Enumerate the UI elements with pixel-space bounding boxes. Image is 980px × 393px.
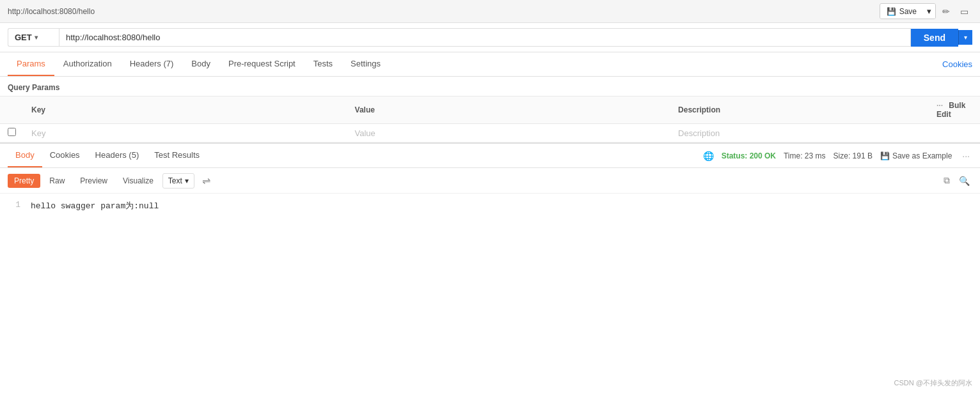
code-content: hello swagger param为:null [31, 200, 159, 212]
method-selector[interactable]: GET ▾ [8, 28, 59, 47]
save-example-button[interactable]: 💾 Save as Example [880, 151, 952, 160]
code-area: 1 hello swagger param为:null [0, 194, 980, 218]
th-actions: ··· Bulk Edit [929, 96, 980, 124]
text-format-selector[interactable]: Text ▾ [162, 173, 194, 189]
method-chevron-icon: ▾ [35, 34, 38, 41]
text-format-label: Text [168, 176, 182, 185]
code-line-1: 1 hello swagger param为:null [8, 200, 972, 212]
save-icon: 💾 [887, 7, 896, 16]
request-tabs-bar: Params Authorization Headers (7) Body Pr… [0, 52, 980, 77]
response-meta: 🌐 Status: 200 OK Time: 23 ms Size: 191 B… [703, 151, 972, 161]
th-checkbox [0, 96, 24, 124]
response-time: Time: 23 ms [784, 151, 826, 160]
send-button[interactable]: Send [911, 29, 958, 47]
edit-icon-button[interactable]: ✏ [938, 4, 954, 19]
cookies-link[interactable]: Cookies [942, 53, 972, 75]
row-checkbox[interactable] [8, 128, 16, 136]
message-icon-button[interactable]: ▭ [956, 4, 972, 19]
top-bar: http://localhost:8080/hello 💾 Save ▾ ✏ ▭ [0, 0, 980, 23]
tab-body[interactable]: Body [182, 52, 219, 76]
query-params-label: Query Params [0, 77, 980, 96]
status-badge: Status: 200 OK [722, 151, 776, 160]
tab-headers[interactable]: Headers (7) [121, 52, 183, 76]
tab-settings[interactable]: Settings [342, 52, 390, 76]
th-key: Key [24, 96, 347, 124]
method-label: GET [15, 33, 32, 42]
tab-authorization[interactable]: Authorization [54, 52, 121, 76]
url-bar: GET ▾ Send ▾ [0, 23, 980, 52]
table-row: Key Value Description [0, 124, 980, 143]
footer-watermark: CSDN @不掉头发的阿水 [894, 378, 972, 388]
request-section: GET ▾ Send ▾ Params Authorization Header… [0, 23, 980, 143]
save-dropdown-button[interactable]: ▾ [923, 4, 935, 19]
send-btn-group: Send ▾ [911, 29, 972, 47]
format-tab-pretty[interactable]: Pretty [8, 174, 40, 188]
tab-prerequest-script[interactable]: Pre-request Script [219, 52, 304, 76]
th-description: Description [670, 96, 929, 124]
format-tab-raw[interactable]: Raw [43, 174, 71, 188]
send-dropdown-button[interactable]: ▾ [958, 30, 972, 45]
response-size: Size: 191 B [834, 151, 873, 160]
save-btn-group: 💾 Save ▾ [880, 3, 936, 19]
params-body: Query Params Key Value Description ··· B… [0, 77, 980, 143]
format-bar: Pretty Raw Preview Visualize Text ▾ ⇌ ⧉ … [0, 168, 980, 194]
response-more-options-button[interactable]: ··· [960, 151, 972, 161]
response-tab-cookies[interactable]: Cookies [42, 144, 88, 167]
row-checkbox-cell [0, 124, 24, 143]
row-key-cell[interactable]: Key [24, 124, 347, 143]
copy-response-button[interactable]: ⧉ [941, 174, 952, 187]
top-bar-url: http://localhost:8080/hello [8, 7, 95, 16]
tab-params[interactable]: Params [8, 52, 54, 76]
globe-icon: 🌐 [703, 151, 714, 161]
response-section: Body Cookies Headers (5) Test Results 🌐 … [0, 143, 980, 393]
response-tab-headers[interactable]: Headers (5) [88, 144, 147, 167]
save-button[interactable]: 💾 Save [880, 4, 923, 19]
tab-tests[interactable]: Tests [304, 52, 342, 76]
save-icon-small: 💾 [880, 151, 890, 160]
th-value: Value [347, 96, 671, 124]
response-tab-test-results[interactable]: Test Results [146, 144, 207, 167]
params-table: Key Value Description ··· Bulk Edit [0, 96, 980, 143]
top-bar-actions: 💾 Save ▾ ✏ ▭ [880, 3, 972, 19]
save-label: Save [899, 7, 917, 16]
wrap-button[interactable]: ⇌ [197, 172, 216, 189]
response-code-actions: ⧉ 🔍 [941, 174, 972, 187]
three-dots-icon: ··· [937, 101, 943, 110]
format-tab-preview[interactable]: Preview [74, 174, 114, 188]
response-tabs-bar: Body Cookies Headers (5) Test Results 🌐 … [0, 144, 980, 168]
row-value-cell[interactable]: Value [347, 124, 671, 143]
row-description-cell[interactable]: Description [670, 124, 929, 143]
line-number: 1 [8, 200, 20, 212]
format-tab-visualize[interactable]: Visualize [116, 174, 160, 188]
response-tab-body[interactable]: Body [8, 144, 42, 167]
text-format-chevron-icon: ▾ [185, 176, 189, 185]
row-actions-cell [929, 124, 980, 143]
url-input[interactable] [59, 28, 911, 47]
search-response-button[interactable]: 🔍 [956, 174, 972, 187]
